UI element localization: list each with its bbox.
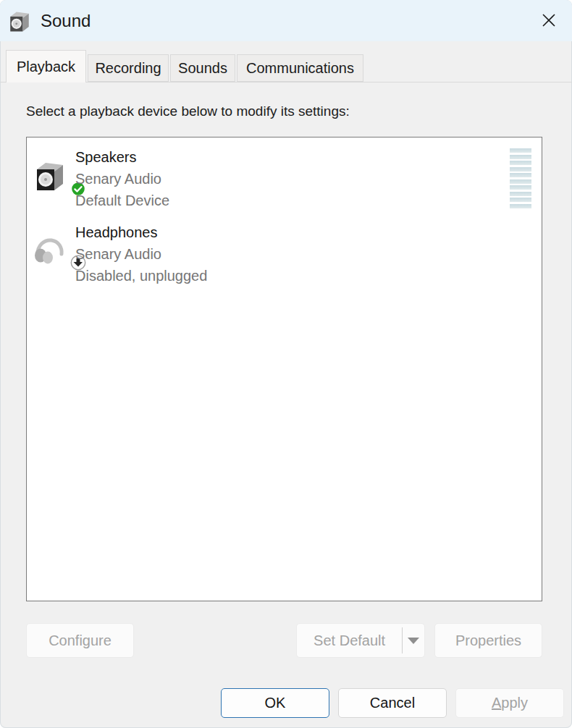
- tab-sounds[interactable]: Sounds: [170, 54, 235, 82]
- cancel-label: Cancel: [370, 695, 415, 711]
- headphones-text-block: Headphones Senary Audio Disabled, unplug…: [75, 221, 207, 287]
- playback-device-list: Speakers Senary Audio Default Device: [26, 137, 542, 601]
- tab-communications[interactable]: Communications: [237, 54, 363, 82]
- title-bar: Sound: [0, 0, 572, 41]
- speaker-icon: [7, 9, 32, 34]
- tab-playback[interactable]: Playback: [6, 50, 86, 82]
- sound-dialog: Sound Playback Recording Sounds Communic…: [0, 0, 572, 728]
- device-driver: Senary Audio: [75, 243, 207, 265]
- device-name: Headphones: [75, 221, 207, 243]
- close-icon: [538, 9, 560, 33]
- device-status: Default Device: [75, 190, 169, 211]
- speakers-text-block: Speakers Senary Audio Default Device: [75, 146, 169, 211]
- apply-button[interactable]: Apply: [455, 688, 564, 718]
- tab-recording[interactable]: Recording: [88, 54, 169, 82]
- configure-button[interactable]: Configure: [26, 623, 134, 658]
- device-status: Disabled, unplugged: [75, 265, 207, 287]
- device-row-speakers[interactable]: Speakers Senary Audio Default Device: [27, 137, 542, 213]
- volume-meter: [510, 148, 531, 210]
- properties-label: Properties: [455, 632, 521, 649]
- set-default-dropdown[interactable]: [403, 624, 424, 657]
- apply-label: Apply: [492, 695, 528, 711]
- window-title: Sound: [41, 11, 91, 31]
- configure-label: Configure: [49, 632, 112, 649]
- ok-label: OK: [265, 695, 286, 711]
- headphones-device-icon: [33, 234, 67, 269]
- cancel-button[interactable]: Cancel: [338, 688, 447, 718]
- set-default-button[interactable]: Set Default: [296, 623, 425, 658]
- device-row-headphones[interactable]: Headphones Senary Audio Disabled, unplug…: [27, 213, 542, 288]
- set-default-label: Set Default: [297, 624, 402, 657]
- device-driver: Senary Audio: [75, 168, 169, 190]
- ok-button[interactable]: OK: [221, 688, 329, 718]
- properties-button[interactable]: Properties: [434, 623, 542, 658]
- speakers-device-icon: [33, 159, 67, 194]
- instruction-text: Select a playback device below to modify…: [26, 103, 350, 119]
- device-name: Speakers: [75, 146, 169, 168]
- dropdown-arrow-icon: [408, 638, 419, 644]
- close-button[interactable]: [534, 7, 563, 35]
